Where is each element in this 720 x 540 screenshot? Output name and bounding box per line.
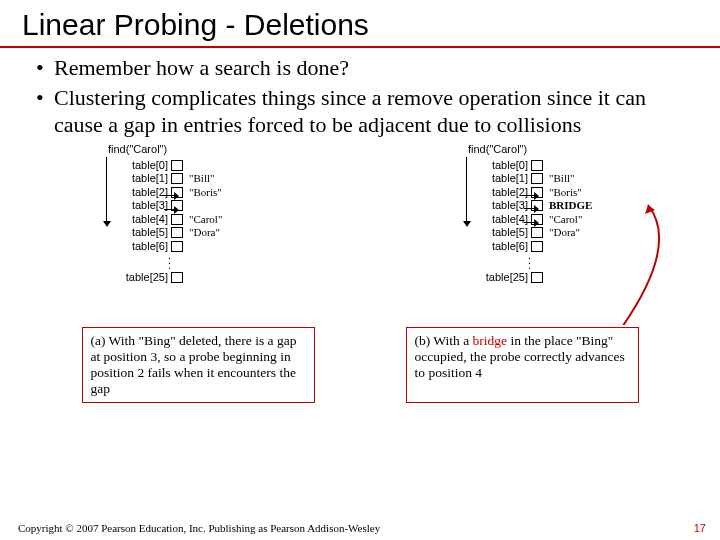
table-ellipsis: ...	[122, 253, 222, 271]
table-row: table[1]"Bill"	[122, 172, 222, 186]
bullet-list: • Remember how a search is done? • Clust…	[0, 48, 720, 139]
find-call-label: find("Carol")	[468, 143, 527, 155]
table-cell-value: "Bill"	[189, 172, 215, 186]
table-row: table[2]"Boris"	[122, 186, 222, 200]
table-cell-value: "Boris"	[189, 186, 222, 200]
copyright-text: Copyright © 2007 Pearson Education, Inc.…	[18, 522, 380, 534]
table-index-label: table[6]	[122, 240, 171, 254]
bullet-item: • Remember how a search is done?	[36, 54, 690, 82]
probe-arrow-icon	[160, 195, 178, 197]
probe-arrow-icon	[164, 209, 178, 211]
caption-b: (b) With a bridge in the place "Bing" oc…	[406, 327, 639, 404]
table-row: table[6]	[122, 240, 222, 254]
bullet-text: Remember how a search is done?	[54, 54, 349, 82]
bullet-item: • Clustering complicates things since a …	[36, 84, 690, 139]
table-cell-box	[171, 214, 183, 225]
table-cell-box	[171, 173, 183, 184]
table-cell-box	[171, 272, 183, 283]
table-row: table[5]"Dora"	[122, 226, 222, 240]
table-index-label: table[1]	[122, 172, 171, 186]
caption-b-prefix: (b) With a	[415, 333, 473, 348]
table-index-label: table[2]	[122, 186, 171, 200]
bullet-mark: •	[36, 84, 54, 139]
table-column: table[0]table[1]"Bill"table[2]"Boris"tab…	[122, 159, 222, 305]
table-index-label: table[5]	[122, 226, 171, 240]
table-index-label: table[3]	[122, 199, 171, 213]
table-cell-value: "Carol"	[189, 213, 222, 227]
find-call-label: find("Carol")	[108, 143, 167, 155]
bullet-mark: •	[36, 54, 54, 82]
table-row: table[4]"Carol"	[122, 213, 222, 227]
table-row: table[25]	[122, 271, 222, 285]
captions-row: (a) With "Bing" deleted, there is a gap …	[0, 327, 720, 404]
table-cell-box	[171, 160, 183, 171]
table-cell-box	[171, 241, 183, 252]
diagrams-row: find("Carol") table[0]table[1]"Bill"tabl…	[0, 145, 720, 305]
table-index-label: table[0]	[122, 159, 171, 173]
caption-b-bridge-word: bridge	[473, 333, 508, 348]
table-row: table[0]	[122, 159, 222, 173]
find-stem-arrow	[106, 157, 115, 223]
diagram-a: find("Carol") table[0]table[1]"Bill"tabl…	[50, 145, 310, 305]
slide-title: Linear Probing - Deletions	[0, 0, 720, 48]
table-row: table[3]	[122, 199, 222, 213]
table-index-label: table[4]	[122, 213, 171, 227]
caption-a: (a) With "Bing" deleted, there is a gap …	[82, 327, 315, 404]
red-arrow-icon	[420, 155, 700, 325]
page-number: 17	[694, 522, 706, 534]
table-cell-value: "Dora"	[189, 226, 220, 240]
table-cell-box	[171, 227, 183, 238]
bullet-text: Clustering complicates things since a re…	[54, 84, 690, 139]
table-index-label: table[25]	[122, 271, 171, 285]
